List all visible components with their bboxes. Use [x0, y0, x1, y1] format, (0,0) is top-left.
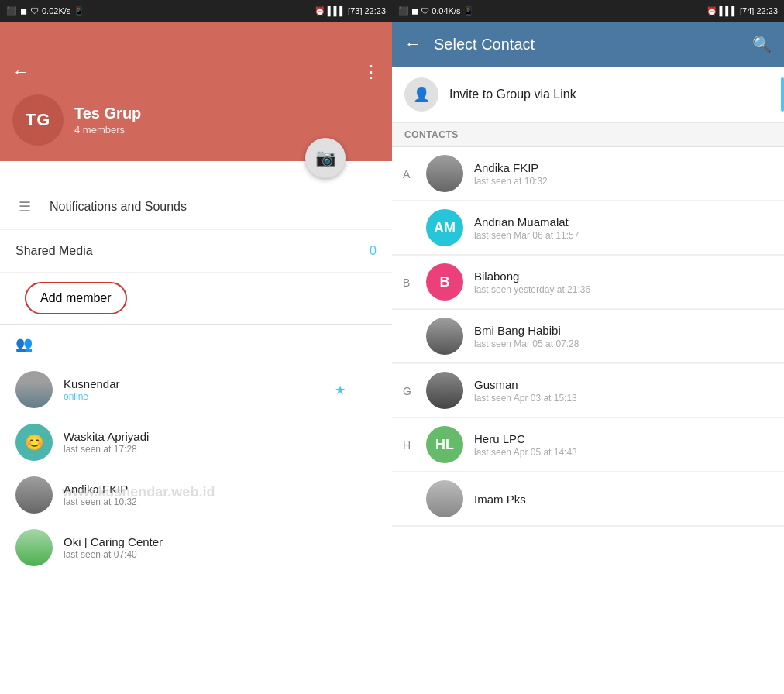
member-status: last seen at 07:40	[64, 549, 163, 560]
app-icon-3: 🛡	[30, 6, 39, 15]
back-button-right[interactable]: ←	[404, 34, 421, 54]
contact-info-andika-fkip: Andika FKIP last seen at 10:32	[474, 161, 548, 187]
contact-name: Gusman	[474, 378, 577, 391]
shared-media-menu-item[interactable]: Shared Media 0	[0, 230, 392, 273]
contact-avatar-heru: HL	[426, 426, 463, 463]
phone-icon-r: 📱	[463, 6, 474, 15]
contact-initials: B	[440, 274, 450, 290]
contact-item-gusman[interactable]: Gusman last seen Apr 03 at 15:13	[392, 364, 784, 417]
invite-accent-bar	[781, 77, 784, 112]
star-badge: ★	[335, 383, 346, 397]
contact-name: Andrian Muamalat	[474, 215, 579, 228]
add-person-icon: 👤	[413, 86, 430, 103]
contact-info-bilabong: Bilabong last seen yesterday at 21:36	[474, 270, 590, 295]
battery-level: [73]	[348, 6, 362, 15]
member-info-waskita: Waskita Apriyadi last seen at 17:28	[64, 430, 149, 455]
member-info-oki: Oki | Caring Center last seen at 07:40	[64, 535, 163, 560]
invite-label: Invite to Group via Link	[449, 88, 772, 101]
contact-name: Andika FKIP	[474, 161, 548, 174]
speed-indicator-r: 0.04K/s	[432, 6, 460, 15]
member-name: Oki | Caring Center	[64, 535, 163, 548]
members-header: 👥	[0, 325, 392, 363]
member-avatar-waskita: 😊	[15, 424, 53, 461]
group-avatar: TG	[12, 94, 64, 146]
signal-icon-r: ▌▌▌	[720, 6, 738, 15]
time-display: 22:23	[364, 6, 386, 15]
contact-status: last seen at 10:32	[474, 176, 548, 187]
contact-item-bmi[interactable]: Bmi Bang Habibi last seen Mar 05 at 07:2…	[392, 310, 784, 363]
shared-media-label: Shared Media	[15, 244, 370, 258]
contacts-section-header: CONTACTS	[392, 123, 784, 147]
contact-group-h: H HL Heru LPC last seen Apr 05 at 14:43	[392, 418, 784, 472]
contact-status: last seen yesterday at 21:36	[474, 284, 590, 295]
contact-name: Bmi Bang Habibi	[474, 324, 579, 337]
group-initials: TG	[26, 110, 51, 130]
contact-avatar-andrian: AM	[426, 209, 463, 246]
contact-initials: AM	[434, 220, 456, 236]
member-name: Waskita Apriyadi	[64, 430, 149, 443]
contact-status: last seen Mar 06 at 11:57	[474, 230, 579, 241]
contact-avatar-bilabong: B	[426, 263, 463, 301]
contact-initials: HL	[435, 437, 454, 453]
member-info-andika: Andika FKIP last seen at 10:32	[64, 483, 137, 507]
contact-item-bilabong[interactable]: B Bilabong last seen yesterday at 21:36	[392, 256, 784, 309]
contact-name: Bilabong	[474, 270, 590, 283]
shared-media-value: 0	[370, 244, 377, 258]
contact-group-a: A Andika FKIP last seen at 10:32	[392, 147, 784, 201]
group-header: ← ⋮ TG Tes Grup 4 members 📷	[0, 22, 392, 161]
alarm-icon: ⏰	[315, 6, 325, 16]
contact-item-andrian[interactable]: AM Andrian Muamalat last seen Mar 06 at …	[392, 201, 784, 255]
member-item[interactable]: 😊 Waskita Apriyadi last seen at 17:28	[0, 416, 392, 469]
notifications-icon: ☰	[15, 198, 34, 215]
member-status: online	[64, 391, 120, 402]
camera-fab-button[interactable]: 📷	[305, 138, 346, 178]
member-name: Kusnendar	[64, 377, 120, 390]
select-contact-header: ← Select Contact 🔍	[392, 22, 784, 67]
app-icon-r1: ⬛	[398, 6, 409, 15]
more-options-button[interactable]: ⋮	[363, 62, 380, 82]
add-member-label: Add member	[40, 291, 112, 305]
contact-group-b: B B Bilabong last seen yesterday at 21:3…	[392, 256, 784, 310]
status-bar-right: ⬛ ◼ 🛡 0.04K/s 📱 ⏰ ▌▌▌ [74] 22:23	[392, 0, 784, 22]
alarm-icon-r: ⏰	[707, 6, 717, 15]
app-icon-2: ◼	[20, 6, 27, 16]
status-icons-left: ⬛ ◼ 🛡 0.02K/s 📱	[6, 6, 84, 16]
add-member-button[interactable]: Add member	[25, 282, 127, 314]
left-panel: ⬛ ◼ 🛡 0.02K/s 📱 ⏰ ▌▌▌ [73] 22:23 ← ⋮ TG …	[0, 0, 392, 694]
contact-name: Imam Pks	[474, 493, 526, 506]
contact-item-imam[interactable]: Imam Pks	[392, 472, 784, 526]
member-item[interactable]: Kusnendar online ★	[0, 363, 392, 416]
group-name: Tes Grup	[74, 105, 141, 122]
notifications-menu-item[interactable]: ☰ Notifications and Sounds	[0, 184, 392, 230]
contact-info-heru: Heru LPC last seen Apr 05 at 14:43	[474, 432, 577, 458]
contact-list: A Andika FKIP last seen at 10:32 AM Andr…	[392, 147, 784, 694]
battery-level-r: [74]	[740, 6, 754, 15]
members-section: 👥 Kusnendar online ★ 😊 Waskita Apriyadi …	[0, 325, 392, 574]
add-member-section: Add member	[0, 273, 392, 324]
contact-item-heru[interactable]: HL Heru LPC last seen Apr 05 at 14:43	[392, 418, 784, 472]
group-members-count: 4 members	[74, 124, 141, 136]
member-avatar-oki	[15, 529, 53, 566]
member-status: last seen at 17:28	[64, 444, 149, 455]
back-button[interactable]: ←	[12, 62, 29, 82]
invite-row[interactable]: 👤 Invite to Group via Link	[392, 67, 784, 123]
contact-group-bmi: Bmi Bang Habibi last seen Mar 05 at 07:2…	[392, 310, 784, 364]
status-icons-left-r: ⬛ ◼ 🛡 0.04K/s 📱	[398, 6, 474, 16]
member-item[interactable]: Oki | Caring Center last seen at 07:40	[0, 521, 392, 574]
app-icon-r3: 🛡	[421, 6, 429, 15]
member-status: last seen at 10:32	[64, 496, 137, 507]
member-avatar-kusnendar	[15, 371, 53, 408]
contact-avatar-imam	[426, 480, 463, 517]
right-panel: ⬛ ◼ 🛡 0.04K/s 📱 ⏰ ▌▌▌ [74] 22:23 ← Selec…	[392, 0, 784, 694]
contact-item-andika-fkip[interactable]: Andika FKIP last seen at 10:32	[392, 147, 784, 201]
group-text: Tes Grup 4 members	[74, 105, 141, 136]
member-info-kusnendar: Kusnendar online	[64, 377, 120, 402]
contact-status: last seen Mar 05 at 07:28	[474, 338, 579, 349]
contact-group-andrian: AM Andrian Muamalat last seen Mar 06 at …	[392, 201, 784, 256]
member-item[interactable]: Andika FKIP last seen at 10:32	[0, 469, 392, 521]
search-button[interactable]: 🔍	[752, 35, 772, 53]
members-icon: 👥	[15, 335, 33, 352]
status-icons-right-r: ⏰ ▌▌▌ [74] 22:23	[707, 6, 778, 16]
contact-group-g: G Gusman last seen Apr 03 at 15:13	[392, 364, 784, 418]
contact-status: last seen Apr 05 at 14:43	[474, 447, 577, 458]
